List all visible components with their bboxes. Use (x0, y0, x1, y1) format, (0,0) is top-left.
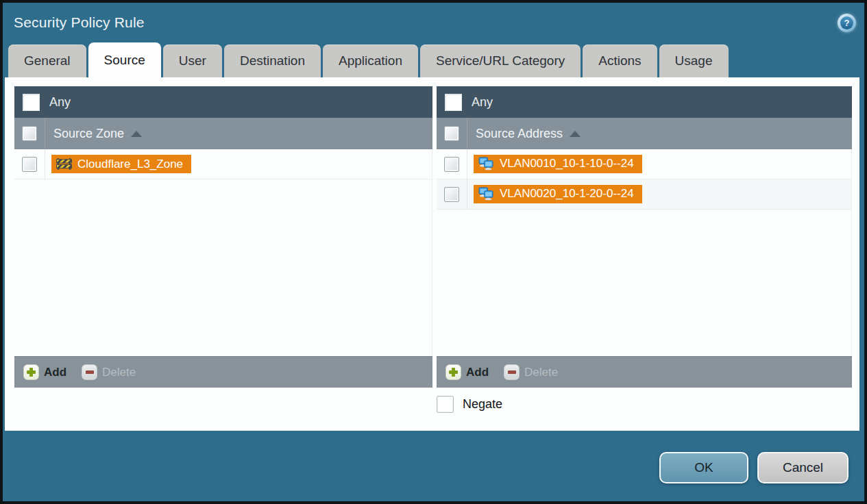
tab-source[interactable]: Source (88, 42, 161, 77)
source-address-footer: Add Delete (437, 356, 852, 388)
address-item-label: VLAN0010_10-1-10-0--24 (500, 157, 634, 171)
source-zone-any-header: Any (14, 86, 432, 118)
tab-content-source: Any Source Zone (5, 77, 859, 431)
source-address-row-checkbox[interactable] (444, 187, 459, 202)
tab-usage[interactable]: Usage (659, 45, 729, 77)
tab-service-url-category[interactable]: Service/URL Category (420, 45, 581, 77)
tab-user-label: User (179, 53, 206, 68)
source-zone-select-all-cell (14, 118, 45, 149)
add-zone-button[interactable]: Add (23, 364, 66, 380)
sort-ascending-icon (570, 131, 581, 137)
tab-destination[interactable]: Destination (224, 45, 321, 77)
row-checkbox-cell (14, 149, 45, 179)
source-address-any-label: Any (472, 95, 493, 110)
source-zone-list: Cloudflare_L3_Zone (14, 149, 432, 356)
row-checkbox-cell (437, 179, 467, 209)
source-zone-select-all-checkbox[interactable] (22, 126, 37, 141)
tab-user[interactable]: User (163, 45, 222, 77)
negate-label: Negate (463, 397, 502, 412)
tab-application-label: Application (339, 53, 402, 68)
source-address-row-checkbox[interactable] (444, 157, 459, 172)
source-address-any-header: Any (437, 86, 852, 118)
tab-service-url-category-label: Service/URL Category (436, 53, 565, 68)
zone-icon (56, 158, 72, 171)
question-mark-glyph: ? (840, 16, 853, 29)
plus-icon (23, 364, 39, 380)
address-item-chip[interactable]: VLAN0020_10-1-20-0--24 (474, 185, 642, 203)
delete-label: Delete (524, 366, 558, 379)
plus-icon (445, 364, 461, 380)
source-zone-row-checkbox[interactable] (22, 157, 37, 172)
tab-general[interactable]: General (8, 45, 86, 77)
tab-actions[interactable]: Actions (583, 45, 657, 77)
source-address-column-label: Source Address (476, 127, 563, 141)
cancel-button[interactable]: Cancel (757, 452, 848, 483)
address-item-label: VLAN0020_10-1-20-0--24 (500, 187, 634, 201)
row-content: Cloudflare_L3_Zone (45, 155, 191, 173)
source-zone-column-label: Source Zone (53, 127, 124, 141)
tab-usage-label: Usage (675, 53, 713, 68)
delete-label: Delete (102, 366, 136, 379)
security-policy-rule-dialog: Security Policy Rule ? General Source Us… (0, 0, 867, 504)
dialog-button-bar: OK Cancel (3, 452, 848, 483)
source-address-list: VLAN0010_10-1-10-0--24 (437, 149, 852, 356)
row-checkbox-cell (437, 149, 467, 179)
source-address-row[interactable]: VLAN0020_10-1-20-0--24 (437, 179, 851, 210)
source-panels: Any Source Zone (14, 86, 859, 388)
source-zone-column-header[interactable]: Source Zone (14, 118, 432, 149)
dialog-title: Security Policy Rule (14, 14, 145, 31)
zone-item-chip[interactable]: Cloudflare_L3_Zone (51, 155, 191, 173)
source-address-select-all-checkbox[interactable] (444, 126, 459, 141)
delete-address-button[interactable]: Delete (504, 364, 558, 380)
source-address-any-checkbox[interactable] (445, 94, 462, 111)
address-item-chip[interactable]: VLAN0010_10-1-10-0--24 (474, 155, 642, 173)
dialog-titlebar: Security Policy Rule ? (3, 3, 864, 42)
tab-source-label: Source (104, 53, 145, 68)
negate-row: Negate (437, 396, 859, 413)
ok-button[interactable]: OK (659, 452, 748, 483)
address-icon (478, 187, 494, 201)
delete-zone-button[interactable]: Delete (82, 364, 136, 380)
source-address-row[interactable]: VLAN0010_10-1-10-0--24 (437, 149, 851, 179)
add-label: Add (44, 366, 66, 379)
minus-icon (504, 364, 520, 380)
source-zone-any-label: Any (49, 95, 71, 110)
tab-actions-label: Actions (598, 53, 641, 68)
add-label: Add (466, 366, 489, 379)
source-zone-any-checkbox[interactable] (23, 94, 40, 111)
tab-destination-label: Destination (240, 53, 305, 68)
minus-icon (82, 364, 97, 380)
zone-item-label: Cloudflare_L3_Zone (77, 158, 183, 171)
add-address-button[interactable]: Add (445, 364, 489, 380)
tab-application[interactable]: Application (323, 45, 418, 77)
source-zone-panel: Any Source Zone (14, 86, 432, 388)
source-address-column-header[interactable]: Source Address (437, 118, 852, 149)
row-content: VLAN0010_10-1-10-0--24 (467, 155, 642, 174)
source-zone-footer: Add Delete (14, 356, 432, 388)
negate-checkbox[interactable] (437, 396, 454, 413)
source-address-panel: Any Source Address (437, 86, 852, 388)
source-address-select-all-cell (437, 118, 467, 149)
row-content: VLAN0020_10-1-20-0--24 (467, 185, 642, 204)
source-zone-row[interactable]: Cloudflare_L3_Zone (14, 149, 432, 179)
tab-bar: General Source User Destination Applicat… (3, 42, 864, 77)
sort-ascending-icon (131, 131, 142, 137)
address-icon (478, 157, 494, 171)
tab-general-label: General (24, 53, 71, 68)
help-icon[interactable]: ? (838, 14, 856, 32)
